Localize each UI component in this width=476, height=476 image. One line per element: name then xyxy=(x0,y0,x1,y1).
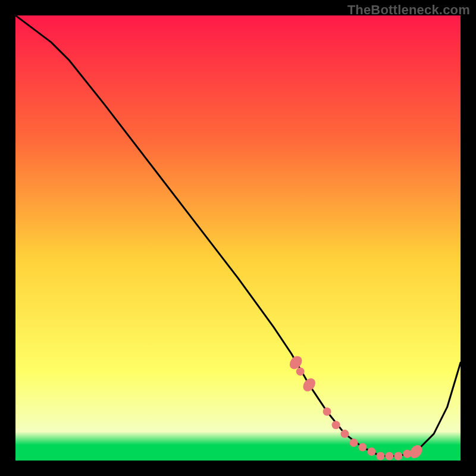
marker-point xyxy=(332,421,340,429)
gradient-background xyxy=(15,15,461,461)
marker-point xyxy=(323,408,331,416)
marker-point xyxy=(296,367,305,375)
marker-point xyxy=(358,443,367,452)
plot-svg xyxy=(15,15,461,461)
marker-point xyxy=(341,430,349,438)
plot-area xyxy=(15,15,461,461)
marker-point xyxy=(367,447,375,456)
marker-point xyxy=(350,439,358,447)
watermark-text: TheBottleneck.com xyxy=(347,2,470,18)
chart-frame: TheBottleneck.com xyxy=(0,0,476,476)
marker-point xyxy=(394,452,402,461)
marker-point xyxy=(376,452,384,461)
marker-point xyxy=(385,452,393,461)
